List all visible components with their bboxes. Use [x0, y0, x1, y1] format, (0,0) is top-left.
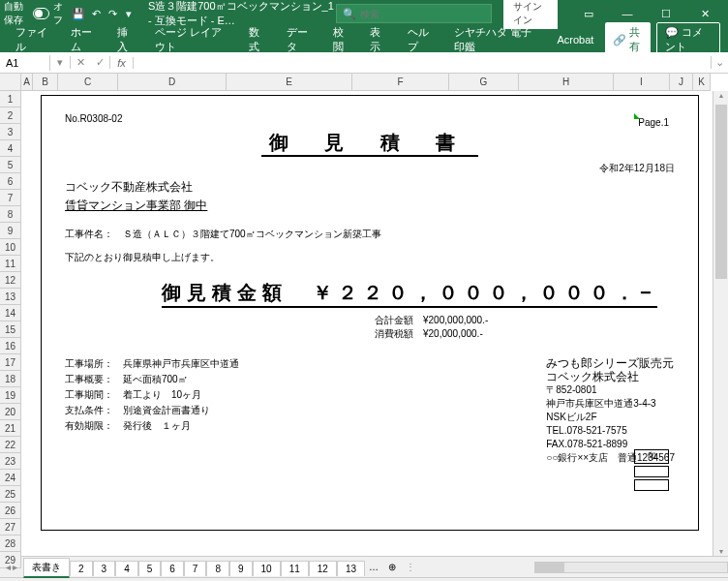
doc-title: 御 見 積 書: [65, 130, 675, 156]
col-header[interactable]: A: [21, 74, 33, 91]
col-header[interactable]: K: [693, 74, 711, 91]
tab-insert[interactable]: 挿入: [109, 21, 143, 58]
sheet-tab-more[interactable]: …: [365, 562, 382, 572]
row-header[interactable]: 25: [0, 486, 21, 503]
tab-acrobat[interactable]: Acrobat: [549, 30, 601, 49]
ribbon-tabs: ファイル ホーム 挿入 ページ レイアウト 数式 データ 校閲 表示 ヘルプ シ…: [0, 27, 728, 52]
row-headers: 1234567891011121314151617181920212223242…: [0, 91, 21, 556]
vertical-scrollbar[interactable]: [713, 91, 728, 556]
formula-input[interactable]: [134, 61, 711, 65]
row-header[interactable]: 23: [0, 453, 21, 470]
new-sheet-icon[interactable]: ⊕: [382, 562, 402, 572]
doc-number: No.R0308-02: [65, 113, 675, 124]
row-header[interactable]: 14: [0, 305, 21, 321]
row-header[interactable]: 6: [0, 173, 21, 190]
job-details: 工事場所： 兵庫県神戸市兵庫区中道通工事概要： 延べ面積700㎡工事期間： 着工…: [65, 356, 239, 465]
sheet-tab[interactable]: 11: [281, 561, 309, 576]
sheet-tab[interactable]: 8: [206, 561, 229, 576]
col-header[interactable]: E: [227, 74, 352, 91]
share-button[interactable]: 🔗 共有: [605, 22, 651, 57]
fx-icon[interactable]: fx: [110, 57, 134, 69]
row-header[interactable]: 5: [0, 157, 21, 173]
column-headers: ABCDEFGHIJK: [21, 74, 711, 91]
sheet-nav-next-icon[interactable]: ▸: [13, 562, 17, 572]
redo-icon[interactable]: ↷: [107, 6, 118, 21]
sheet-tab-bar: ◂ ▸ 表書き 2345678910111213 … ⊕ ⋮: [0, 556, 728, 577]
row-header[interactable]: 4: [0, 140, 21, 157]
row-header[interactable]: 16: [0, 338, 21, 354]
tab-help[interactable]: ヘルプ: [400, 21, 442, 58]
sub-amounts: 合計金額 ¥200,000,000.- 消費税額 ¥20,000,000.-: [375, 314, 675, 341]
horizontal-scrollbar[interactable]: [534, 562, 728, 573]
enter-formula-icon[interactable]: ✓: [90, 56, 109, 69]
row-header[interactable]: 1: [0, 91, 21, 107]
sheet-tab-active[interactable]: 表書き: [23, 558, 70, 578]
sheet-tab[interactable]: 12: [309, 561, 337, 576]
col-header[interactable]: C: [58, 74, 118, 91]
row-header[interactable]: 12: [0, 272, 21, 289]
row-header[interactable]: 3: [0, 124, 21, 140]
row-header[interactable]: 18: [0, 371, 21, 387]
ribbon-options-icon[interactable]: ▭: [569, 0, 608, 27]
row-header[interactable]: 24: [0, 470, 21, 486]
select-all-button[interactable]: [0, 74, 21, 91]
comment-button[interactable]: 💬 コメント: [656, 22, 720, 57]
worksheet-area[interactable]: No.R0308-02 Page.1 御 見 積 書 令和2年12月18日 コベ…: [21, 91, 713, 556]
sheet-tab[interactable]: 4: [115, 561, 138, 576]
tab-file[interactable]: ファイル: [8, 21, 59, 58]
col-header[interactable]: I: [614, 74, 670, 91]
row-header[interactable]: 22: [0, 437, 21, 453]
stamp-box: 印: [632, 447, 671, 493]
toggle-icon: [33, 8, 49, 19]
search-box[interactable]: 🔍: [336, 4, 492, 23]
row-header[interactable]: 11: [0, 256, 21, 272]
sheet-tab[interactable]: 6: [161, 561, 184, 576]
col-header[interactable]: B: [33, 74, 58, 91]
col-header[interactable]: G: [449, 74, 519, 91]
doc-date: 令和2年12月18日: [65, 162, 675, 175]
row-header[interactable]: 27: [0, 519, 21, 535]
row-header[interactable]: 8: [0, 206, 21, 223]
tab-home[interactable]: ホーム: [63, 21, 106, 58]
col-header[interactable]: F: [352, 74, 449, 91]
row-header[interactable]: 2: [0, 107, 21, 124]
row-header[interactable]: 26: [0, 503, 21, 519]
sheet-tab[interactable]: 10: [253, 561, 281, 576]
row-header[interactable]: 28: [0, 535, 21, 552]
row-header[interactable]: 21: [0, 420, 21, 437]
tab-data[interactable]: データ: [279, 21, 321, 58]
tab-stamp[interactable]: シヤチハタ 電子印鑑: [446, 21, 545, 58]
sheet-tab[interactable]: 3: [93, 561, 116, 576]
qat-dropdown-icon[interactable]: ▾: [124, 6, 135, 21]
row-header[interactable]: 9: [0, 223, 21, 239]
sheet-tab[interactable]: 7: [184, 561, 207, 576]
tab-review[interactable]: 校閲: [325, 21, 359, 58]
cancel-formula-icon[interactable]: ✕: [71, 56, 90, 69]
status-bar: 準備完了 − + 100%: [0, 577, 728, 581]
row-header[interactable]: 19: [0, 387, 21, 404]
tab-formulas[interactable]: 数式: [241, 21, 275, 58]
namebox-dropdown-icon[interactable]: ▾: [50, 56, 70, 69]
sheet-tab[interactable]: 9: [229, 561, 253, 576]
page-number: Page.1: [638, 117, 669, 128]
row-header[interactable]: 13: [0, 289, 21, 305]
row-header[interactable]: 7: [0, 190, 21, 206]
sheet-tab[interactable]: 5: [138, 561, 162, 576]
name-box[interactable]: A1: [0, 55, 50, 71]
col-header[interactable]: D: [118, 74, 227, 91]
undo-icon[interactable]: ↶: [91, 6, 102, 21]
sheet-tab[interactable]: 13: [337, 561, 365, 576]
col-header[interactable]: J: [670, 74, 693, 91]
row-header[interactable]: 10: [0, 239, 21, 256]
tab-layout[interactable]: ページ レイアウト: [147, 21, 237, 58]
expand-formula-icon[interactable]: ⌄: [711, 56, 728, 69]
tab-view[interactable]: 表示: [362, 21, 396, 58]
sheet-tab[interactable]: 2: [70, 561, 93, 576]
search-input[interactable]: [360, 9, 485, 19]
sheet-nav-prev-icon[interactable]: ◂: [6, 562, 11, 572]
row-header[interactable]: 15: [0, 321, 21, 338]
save-icon[interactable]: 💾: [72, 6, 85, 21]
col-header[interactable]: H: [519, 74, 614, 91]
row-header[interactable]: 17: [0, 354, 21, 371]
row-header[interactable]: 20: [0, 404, 21, 420]
